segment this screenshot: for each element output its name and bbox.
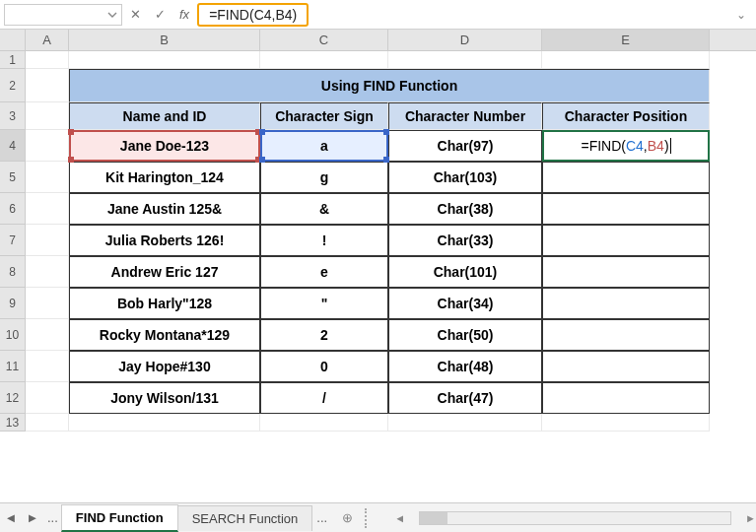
cell[interactable]: Jay Hope#130	[69, 351, 260, 382]
cell[interactable]: Jane Austin 125&	[69, 193, 260, 225]
cell[interactable]	[542, 351, 710, 382]
select-all-corner[interactable]	[0, 30, 26, 50]
col-header-e[interactable]: E	[542, 30, 710, 50]
cell[interactable]: Jony Wilson/131	[69, 382, 260, 414]
cell[interactable]: /	[260, 382, 388, 414]
cell[interactable]	[388, 414, 542, 432]
col-header-a[interactable]: A	[26, 30, 69, 50]
row-header[interactable]: 12	[0, 382, 26, 414]
cell[interactable]: Char(38)	[388, 193, 542, 225]
cell[interactable]	[260, 414, 388, 432]
tab-nav-next-icon[interactable]: ►	[22, 510, 43, 525]
col-header-d[interactable]: D	[388, 30, 542, 50]
cell[interactable]	[542, 319, 710, 351]
header-char-position[interactable]: Character Position	[542, 102, 710, 130]
row-header[interactable]: 1	[0, 51, 26, 69]
cell[interactable]	[542, 288, 710, 319]
cell[interactable]	[542, 225, 710, 256]
cell[interactable]: Char(50)	[388, 319, 542, 351]
cell[interactable]	[542, 162, 710, 193]
cell-e4-editing[interactable]: =FIND(C4,B4)	[542, 130, 710, 162]
formula-input[interactable]: =FIND(C4,B4)	[197, 3, 309, 27]
cell[interactable]	[26, 256, 69, 288]
col-header-c[interactable]: C	[260, 30, 388, 50]
sheet-tab-search-function[interactable]: SEARCH Function	[177, 505, 313, 531]
fx-icon[interactable]: fx	[179, 7, 189, 22]
scroll-track[interactable]	[419, 511, 731, 525]
cell[interactable]	[542, 51, 710, 69]
cell-d4[interactable]: Char(97)	[388, 130, 542, 162]
tab-overflow-right[interactable]: ...	[312, 510, 331, 525]
cell[interactable]: Char(101)	[388, 256, 542, 288]
row-header[interactable]: 4	[0, 130, 26, 162]
row-header[interactable]: 7	[0, 225, 26, 256]
cell[interactable]: Char(47)	[388, 382, 542, 414]
cell[interactable]: g	[260, 162, 388, 193]
cell[interactable]	[542, 414, 710, 432]
cell[interactable]	[26, 382, 69, 414]
row-header[interactable]: 6	[0, 193, 26, 225]
row-header[interactable]: 13	[0, 414, 26, 432]
cell[interactable]	[26, 51, 69, 69]
cell[interactable]: "	[260, 288, 388, 319]
cell[interactable]: Andrew Eric 127	[69, 256, 260, 288]
cell[interactable]	[69, 51, 260, 69]
cell[interactable]	[69, 414, 260, 432]
cell[interactable]: Bob Harly"128	[69, 288, 260, 319]
cell[interactable]	[26, 225, 69, 256]
sheet-tab-find-function[interactable]: FIND Function	[61, 504, 178, 532]
cell[interactable]: Char(48)	[388, 351, 542, 382]
header-name-id[interactable]: Name and ID	[69, 102, 260, 130]
scroll-right-icon[interactable]: ►	[745, 512, 756, 524]
cell[interactable]: Rocky Montana*129	[69, 319, 260, 351]
row-header[interactable]: 8	[0, 256, 26, 288]
tab-nav-prev-icon[interactable]: ◄	[0, 510, 22, 525]
spreadsheet-grid[interactable]: 1 2 Using FIND Function 3 Name and ID Ch…	[0, 51, 756, 432]
cell[interactable]: Char(103)	[388, 162, 542, 193]
cell[interactable]: 2	[260, 319, 388, 351]
cell[interactable]: &	[260, 193, 388, 225]
row-header[interactable]: 11	[0, 351, 26, 382]
cell[interactable]: Char(34)	[388, 288, 542, 319]
expand-formula-bar-icon[interactable]: ⌄	[736, 8, 752, 22]
cell[interactable]: 0	[260, 351, 388, 382]
cell[interactable]	[26, 130, 69, 162]
cell-c4[interactable]: a	[260, 130, 388, 162]
cell[interactable]	[388, 51, 542, 69]
col-header-b[interactable]: B	[69, 30, 260, 50]
cell[interactable]	[542, 256, 710, 288]
cell[interactable]	[26, 288, 69, 319]
cell[interactable]: Julia Roberts 126!	[69, 225, 260, 256]
cell-b4[interactable]: Jane Doe-123	[69, 130, 260, 162]
cell[interactable]	[260, 51, 388, 69]
cell[interactable]	[26, 69, 69, 102]
row-header[interactable]: 5	[0, 162, 26, 193]
tab-overflow-left[interactable]: ...	[43, 510, 62, 525]
cell[interactable]: e	[260, 256, 388, 288]
cell[interactable]	[542, 382, 710, 414]
cell[interactable]	[26, 102, 69, 130]
cancel-icon[interactable]: ✕	[130, 7, 141, 22]
cell[interactable]	[26, 414, 69, 432]
row-header[interactable]: 2	[0, 69, 26, 102]
row-header[interactable]: 3	[0, 102, 26, 130]
cell[interactable]	[26, 351, 69, 382]
enter-icon[interactable]: ✓	[155, 7, 166, 22]
scroll-left-icon[interactable]: ◄	[394, 512, 405, 524]
cell[interactable]	[542, 193, 710, 225]
cell[interactable]: Char(33)	[388, 225, 542, 256]
name-box[interactable]	[4, 4, 122, 26]
cell[interactable]	[26, 193, 69, 225]
cell[interactable]	[26, 319, 69, 351]
row-header[interactable]: 10	[0, 319, 26, 351]
title-cell[interactable]: Using FIND Function	[69, 69, 710, 102]
horizontal-scrollbar[interactable]: ◄ ►	[394, 511, 756, 525]
cell[interactable]: Kit Harington_124	[69, 162, 260, 193]
header-char-number[interactable]: Character Number	[388, 102, 542, 130]
header-char-sign[interactable]: Character Sign	[260, 102, 388, 130]
row-header[interactable]: 9	[0, 288, 26, 319]
scroll-thumb[interactable]	[420, 512, 447, 524]
cell[interactable]	[26, 162, 69, 193]
cell[interactable]: !	[260, 225, 388, 256]
add-sheet-icon[interactable]: ⊕	[337, 508, 357, 528]
